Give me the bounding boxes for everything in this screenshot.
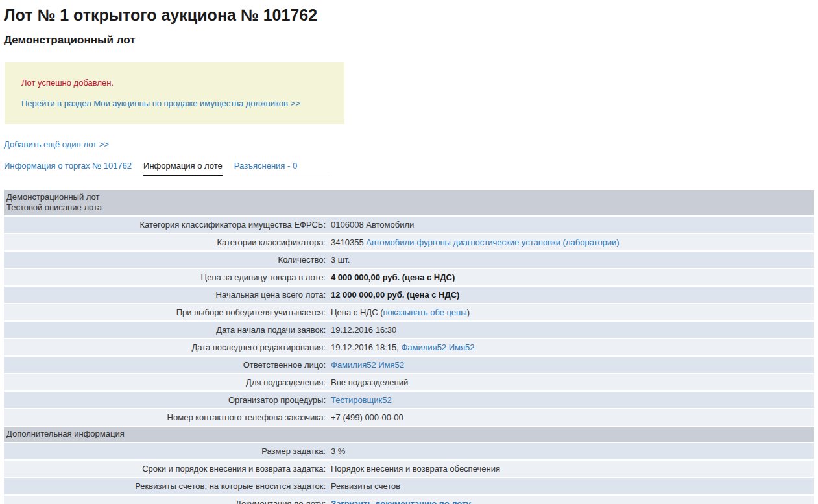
row-label: Категории классификатора: (4, 237, 326, 248)
row-value: Загрузить документацию по лоту (331, 499, 814, 504)
main-info-row: Для подразделения:Вне подразделений (4, 374, 814, 392)
row-value: Реквизиты счетов (331, 481, 814, 492)
row-label: Сроки и порядок внесения и возврата зада… (4, 464, 326, 474)
row-value-link[interactable]: Фамилия52 Имя52 (401, 342, 474, 352)
row-value-text: +7 (499) 000-00-00 (331, 413, 403, 422)
main-info-row: Дата последнего редактирования:19.12.201… (4, 339, 814, 357)
main-info-row: При выборе победителя учитывается:Цена с… (4, 304, 814, 322)
row-value: Цена с НДС (показывать обе цены) (331, 307, 814, 318)
tab-1[interactable]: Информация о торгах № 101762 (4, 161, 132, 175)
row-label: При выборе победителя учитывается: (4, 307, 326, 318)
row-value: Порядок внесения и возврата обеспечения (331, 464, 814, 474)
row-value: Фамилия52 Имя52 (331, 360, 814, 370)
row-value-text: 3 шт. (331, 255, 350, 265)
main-info-row: Номер контактного телефона заказчика:+7 … (4, 409, 814, 427)
go-to-my-auctions-link[interactable]: Перейти в раздел Мои аукционы по продаже… (21, 99, 300, 108)
row-value: 12 000 000,00 руб. (цена с НДС) (331, 290, 814, 300)
page-title: Лот № 1 открытого аукциона № 101762 (4, 5, 814, 25)
row-value: 3 шт. (331, 255, 814, 265)
row-value-text: ) (467, 307, 470, 317)
row-value: Тестировщик52 (331, 395, 814, 405)
additional-info-row: Документация по лоту:Загрузить документа… (4, 496, 814, 504)
row-value-text: Реквизиты счетов (331, 481, 400, 491)
row-label: Количество: (4, 255, 326, 265)
row-value: +7 (499) 000-00-00 (331, 413, 814, 423)
add-another-lot-link[interactable]: Добавить ещё один лот >> (4, 139, 109, 149)
row-label: Размер задатка: (4, 446, 326, 457)
row-label: Документация по лоту: (4, 499, 326, 504)
row-value-text: Вне подразделений (331, 378, 408, 387)
lot-description-line2: Тестовой описание лота (6, 202, 809, 213)
tab-bar: Информация о торгах № 101762Информация о… (4, 160, 330, 176)
row-value-text: 19.12.2016 18:15, (331, 342, 401, 352)
main-info-rows: Категория классификатора имущества ЕФРСБ… (4, 217, 814, 427)
row-value: 0106008 Автомобили (331, 220, 814, 230)
row-label: Ответственное лицо: (4, 360, 326, 370)
lot-description-line1: Демонстрационный лот (6, 192, 809, 202)
row-value: 3 % (331, 446, 814, 457)
main-info-row: Начальная цена всего лота:12 000 000,00 … (4, 287, 814, 304)
row-value: 3410355 Автомобили-фургоны диагностическ… (331, 237, 814, 248)
main-info-row: Количество:3 шт. (4, 252, 814, 269)
row-value-link[interactable]: Фамилия52 Имя52 (331, 360, 404, 370)
row-value: 19.12.2016 18:15, Фамилия52 Имя52 (331, 342, 814, 353)
row-label: Организатор процедуры: (4, 395, 326, 405)
additional-info-row: Сроки и порядок внесения и возврата зада… (4, 461, 814, 478)
lot-description-header: Демонстрационный лот Тестовой описание л… (4, 190, 814, 217)
row-label: Дата последнего редактирования: (4, 342, 326, 353)
additional-info-header: Дополнительная информация (4, 427, 814, 443)
row-label: Номер контактного телефона заказчика: (4, 413, 326, 423)
success-notice: Лот успешно добавлен. Перейти в раздел М… (5, 62, 344, 124)
success-message: Лот успешно добавлен. (21, 78, 328, 88)
row-value-text: 4 000 000,00 руб. (цена с НДС) (331, 272, 455, 282)
main-info-row: Категории классификатора:3410355 Автомоб… (4, 234, 814, 252)
row-value: Вне подразделений (331, 378, 814, 388)
lot-page: Лот № 1 открытого аукциона № 101762 Демо… (0, 0, 818, 504)
row-value-text: Цена с НДС ( (331, 307, 383, 317)
additional-info-row: Размер задатка:3 % (4, 443, 814, 461)
main-info-row: Цена за единицу товара в лоте:4 000 000,… (4, 269, 814, 287)
main-info-row: Ответственное лицо:Фамилия52 Имя52 (4, 357, 814, 374)
row-value-text: 0106008 Автомобили (331, 220, 414, 230)
row-value-link[interactable]: Автомобили-фургоны диагностические устан… (366, 237, 619, 247)
row-value-text: 3410355 (331, 237, 366, 247)
lot-details-table: Демонстрационный лот Тестовой описание л… (4, 190, 814, 504)
row-value: 19.12.2016 16:30 (331, 325, 814, 335)
row-value-text: 12 000 000,00 руб. (цена с НДС) (331, 290, 459, 300)
additional-info-row: Реквизиты счетов, на которые вносится за… (4, 478, 814, 496)
row-label: Цена за единицу товара в лоте: (4, 272, 326, 283)
row-label: Для подразделения: (4, 378, 326, 388)
tab-3[interactable]: Разъяснения - 0 (234, 161, 297, 175)
row-value-link[interactable]: Загрузить документацию по лоту (331, 499, 471, 504)
tab-2-active[interactable]: Информация о лоте (143, 161, 223, 176)
row-label: Реквизиты счетов, на которые вносится за… (4, 481, 326, 492)
row-value-text: 3 % (331, 446, 345, 456)
lot-name-subtitle: Демонстрационный лот (4, 34, 814, 47)
row-label: Категория классификатора имущества ЕФРСБ… (4, 220, 326, 230)
row-value: 4 000 000,00 руб. (цена с НДС) (331, 272, 814, 283)
row-label: Дата начала подачи заявок: (4, 325, 326, 335)
main-info-row: Категория классификатора имущества ЕФРСБ… (4, 217, 814, 234)
main-info-row: Дата начала подачи заявок:19.12.2016 16:… (4, 322, 814, 339)
additional-info-rows: Размер задатка:3 %Сроки и порядок внесен… (4, 443, 814, 504)
row-value-link[interactable]: Тестировщик52 (331, 395, 392, 405)
row-value-link[interactable]: показывать обе цены (383, 307, 467, 317)
main-info-row: Организатор процедуры:Тестировщик52 (4, 392, 814, 409)
row-value-text: 19.12.2016 16:30 (331, 325, 396, 335)
row-value-text: Порядок внесения и возврата обеспечения (331, 464, 500, 474)
row-label: Начальная цена всего лота: (4, 290, 326, 300)
